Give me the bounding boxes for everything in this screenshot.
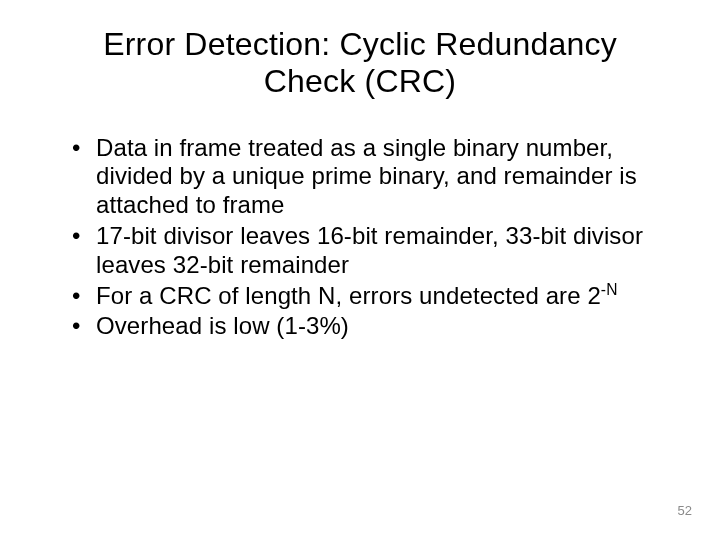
bullet-text: For a CRC of length N, errors undetected…: [96, 282, 601, 309]
page-number: 52: [678, 503, 692, 518]
superscript: -N: [601, 281, 618, 298]
list-item: Data in frame treated as a single binary…: [68, 134, 660, 220]
bullet-list: Data in frame treated as a single binary…: [60, 134, 660, 342]
bullet-text: 17-bit divisor leaves 16-bit remainder, …: [96, 222, 643, 278]
bullet-text: Data in frame treated as a single binary…: [96, 134, 637, 219]
slide-title: Error Detection: Cyclic Redundancy Check…: [60, 26, 660, 100]
bullet-text: Overhead is low (1-3%): [96, 312, 349, 339]
slide: Error Detection: Cyclic Redundancy Check…: [0, 0, 720, 540]
list-item: 17-bit divisor leaves 16-bit remainder, …: [68, 222, 660, 280]
list-item: For a CRC of length N, errors undetected…: [68, 282, 660, 311]
list-item: Overhead is low (1-3%): [68, 312, 660, 341]
